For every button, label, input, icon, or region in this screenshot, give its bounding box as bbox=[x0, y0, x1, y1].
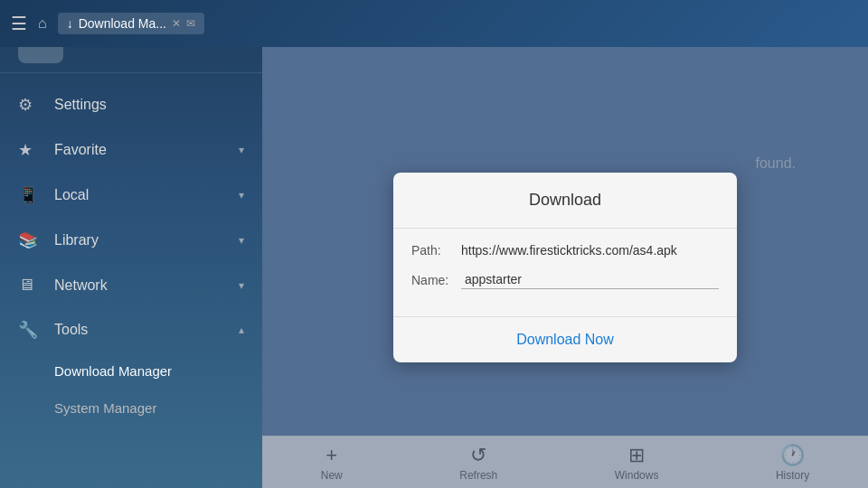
tab-download-icon: ↓ bbox=[67, 16, 73, 31]
sidebar-item-label: Local bbox=[54, 187, 239, 203]
tab-pin-icon: ✉ bbox=[186, 17, 195, 30]
sidebar-item-network[interactable]: 🖥 Network ▾ bbox=[0, 263, 262, 307]
sidebar-item-label: Library bbox=[54, 232, 239, 249]
sidebar-item-label: Favorite bbox=[54, 142, 239, 158]
download-modal: Download Path: https://www.firesticktric… bbox=[393, 173, 737, 362]
sidebar-sub-item-label: System Manager bbox=[54, 400, 156, 416]
modal-path-value: https://www.firesticktricks.com/as4.apk bbox=[461, 243, 677, 258]
phone-icon: 📱 bbox=[18, 185, 40, 205]
modal-name-input[interactable] bbox=[461, 270, 719, 289]
library-icon: 📚 bbox=[18, 230, 40, 250]
tab-label: Download Ma... bbox=[79, 16, 166, 31]
sidebar-item-settings[interactable]: ⚙ Settings bbox=[0, 82, 262, 127]
chevron-down-icon: ▾ bbox=[239, 189, 244, 202]
sidebar-item-library[interactable]: 📚 Library ▾ bbox=[0, 218, 262, 263]
top-bar: ☰ ⌂ ↓ Download Ma... ✕ ✉ bbox=[0, 0, 868, 47]
tab-close-button[interactable]: ✕ bbox=[172, 17, 181, 30]
star-icon: ★ bbox=[18, 140, 40, 160]
chevron-down-icon: ▾ bbox=[239, 234, 244, 247]
sidebar-item-download-manager[interactable]: Download Manager bbox=[0, 352, 262, 389]
tab-download-manager[interactable]: ↓ Download Ma... ✕ ✉ bbox=[58, 13, 204, 34]
sidebar-item-label: Tools bbox=[54, 322, 239, 338]
sidebar-item-system-manager[interactable]: System Manager bbox=[0, 389, 262, 427]
sidebar-sub-item-label: Download Manager bbox=[54, 363, 172, 379]
chevron-down-icon: ▾ bbox=[239, 144, 244, 156]
sidebar-item-favorite[interactable]: ★ Favorite ▾ bbox=[0, 127, 262, 173]
modal-body: Path: https://www.firesticktricks.com/as… bbox=[393, 229, 737, 316]
settings-icon: ⚙ bbox=[18, 95, 40, 115]
modal-name-label: Name: bbox=[411, 273, 461, 287]
modal-path-field: Path: https://www.firesticktricks.com/as… bbox=[411, 243, 719, 258]
sidebar-divider-top bbox=[0, 72, 262, 73]
modal-action-area: Download Now bbox=[393, 317, 737, 362]
modal-overlay: Download Path: https://www.firesticktric… bbox=[262, 47, 868, 488]
sidebar: ✉ ⚙ Settings ★ Favorite ▾ 📱 Local ▾ 📚 Li… bbox=[0, 0, 262, 488]
home-icon[interactable]: ⌂ bbox=[38, 15, 47, 32]
sidebar-item-label: Network bbox=[54, 277, 239, 294]
chevron-up-icon: ▴ bbox=[239, 324, 244, 336]
menu-icon[interactable]: ☰ bbox=[11, 13, 27, 34]
sidebar-item-local[interactable]: 📱 Local ▾ bbox=[0, 173, 262, 218]
network-icon: 🖥 bbox=[18, 276, 40, 295]
modal-title: Download bbox=[393, 173, 737, 228]
chevron-down-icon: ▾ bbox=[239, 279, 244, 292]
sidebar-item-label: Settings bbox=[54, 97, 244, 113]
modal-name-field: Name: bbox=[411, 270, 719, 289]
download-now-button[interactable]: Download Now bbox=[516, 332, 614, 348]
modal-path-label: Path: bbox=[411, 243, 461, 258]
sidebar-item-tools[interactable]: 🔧 Tools ▴ bbox=[0, 307, 262, 352]
tools-icon: 🔧 bbox=[18, 320, 40, 340]
